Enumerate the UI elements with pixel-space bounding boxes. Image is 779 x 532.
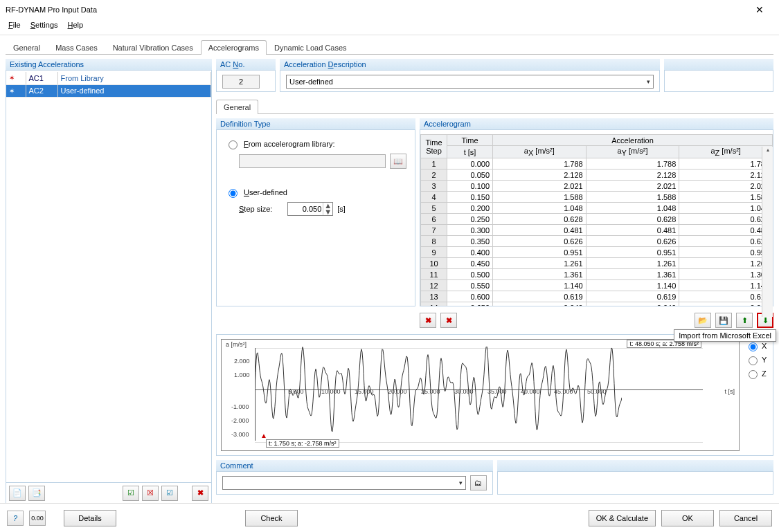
- chart-line: [255, 347, 622, 443]
- tab-dynamic-load-cases[interactable]: Dynamic Load Cases: [267, 40, 355, 55]
- chart-min-label: t: 1.750 s; a: -2.758 m/s²: [266, 439, 339, 448]
- existing-accelerations-title: Existing Accelerations: [6, 59, 212, 71]
- chevron-down-icon: ▾: [459, 479, 463, 486]
- save-file-button[interactable]: 💾: [715, 313, 732, 328]
- axis-x-option[interactable]: X: [745, 340, 769, 351]
- toggle-button[interactable]: ☑: [161, 486, 178, 501]
- list-item: ✶AC2User-defined: [6, 84, 211, 97]
- details-button[interactable]: Details: [64, 510, 116, 526]
- uncheck-button[interactable]: ☒: [142, 486, 159, 501]
- chevron-down-icon: ▾: [647, 78, 650, 85]
- check-all-button[interactable]: ☑: [123, 486, 139, 501]
- axis-z-option[interactable]: Z: [745, 368, 769, 379]
- comment-combo[interactable]: ▾: [222, 476, 466, 490]
- tab-accelerograms[interactable]: Accelerograms: [201, 40, 267, 55]
- table-row: 50.2001.0481.0481.048: [421, 203, 773, 214]
- radio-user-defined-label: User-defined: [244, 188, 287, 196]
- step-size-unit: [s]: [337, 205, 346, 213]
- tooltip-import-excel: Import from Microsoft Excel: [674, 329, 776, 342]
- open-file-button[interactable]: 📂: [695, 313, 711, 328]
- copy-button[interactable]: 📑: [28, 486, 45, 501]
- table-row: 30.1002.0212.0212.021: [421, 181, 773, 192]
- main-tabs: General Mass Cases Natural Vibration Cas…: [6, 39, 773, 55]
- table-row: 70.3000.4810.4810.481: [421, 225, 773, 236]
- window-title: RF-DYNAM Pro Input Data: [6, 6, 746, 14]
- table-row: 110.5001.3611.3611.361: [421, 269, 773, 280]
- deftype-title: Definition Type: [216, 118, 415, 130]
- menu-help[interactable]: Help: [64, 19, 88, 33]
- menu-file[interactable]: File: [4, 19, 25, 33]
- desc-title: Acceleration Description: [280, 59, 660, 71]
- acceleration-list[interactable]: ✶AC1From Library ✶AC2User-defined: [6, 72, 211, 482]
- delete-button[interactable]: ✖: [192, 486, 208, 501]
- step-size-label: Step size:: [239, 205, 272, 213]
- table-row: 140.650-0.049-0.049-0.049: [421, 302, 773, 306]
- clear-table-button[interactable]: ✖: [440, 313, 457, 328]
- ok-button[interactable]: OK: [661, 510, 714, 526]
- acno-input[interactable]: [222, 75, 260, 89]
- accelerogram-table[interactable]: Time Step Time Acceleration t [s] aX [m/…: [420, 134, 773, 306]
- description-combo[interactable]: User-defined ▾: [286, 75, 654, 89]
- step-size-spinner[interactable]: 0.050 ▲▼: [287, 202, 333, 216]
- list-item: ✶AC1From Library: [6, 72, 211, 84]
- new-button[interactable]: 📄: [9, 486, 26, 501]
- table-row: 100.4501.2611.2611.261: [421, 258, 773, 269]
- accelerogram-title: Accelerogram: [420, 118, 773, 130]
- comment-pick-button[interactable]: 🗂: [470, 475, 487, 490]
- axis-y-option[interactable]: Y: [745, 354, 769, 365]
- acno-title: AC No.: [216, 59, 276, 71]
- comment-title: Comment: [216, 460, 493, 472]
- export-excel-button[interactable]: ⬆: [736, 313, 753, 328]
- menu-settings[interactable]: Settings: [26, 19, 62, 33]
- delete-row-button[interactable]: ✖̵: [420, 313, 436, 328]
- table-row: 40.1501.5881.5881.588: [421, 192, 773, 203]
- tab-mass-cases[interactable]: Mass Cases: [48, 40, 105, 55]
- ok-calculate-button[interactable]: OK & Calculate: [589, 510, 656, 526]
- library-path-input: [239, 154, 386, 168]
- close-icon[interactable]: ✕: [746, 4, 773, 15]
- marker-icon: ▲: [260, 432, 267, 439]
- table-row: 20.0502.1282.1282.128: [421, 169, 773, 181]
- accelerogram-chart[interactable]: a [m/s²] 2.000 1.000 -1.000 -2.000 -3.00…: [221, 339, 740, 451]
- check-button[interactable]: Check: [245, 510, 298, 526]
- radio-user-defined[interactable]: [229, 189, 238, 198]
- browse-library-button[interactable]: 📖: [390, 154, 406, 169]
- tab-general[interactable]: General: [6, 40, 48, 55]
- units-button[interactable]: 0.00: [29, 511, 46, 526]
- table-scrollbar[interactable]: [762, 147, 773, 317]
- cancel-button[interactable]: Cancel: [719, 510, 772, 526]
- table-row: 130.6000.6190.6190.619: [421, 291, 773, 302]
- table-row: 120.5501.1401.1401.140: [421, 280, 773, 291]
- help-button[interactable]: ?: [7, 511, 24, 526]
- radio-from-library[interactable]: [229, 140, 238, 149]
- table-row: 10.0001.7881.7881.788: [421, 158, 773, 169]
- table-row: 80.3500.6260.6260.626: [421, 236, 773, 247]
- inner-tab-general[interactable]: General: [216, 100, 258, 114]
- tab-natural-vibration[interactable]: Natural Vibration Cases: [105, 40, 201, 55]
- radio-from-library-label: From accelerogram library:: [244, 140, 334, 148]
- table-row: 60.2500.6280.6280.628: [421, 214, 773, 225]
- table-row: 90.4000.9510.9510.951: [421, 247, 773, 258]
